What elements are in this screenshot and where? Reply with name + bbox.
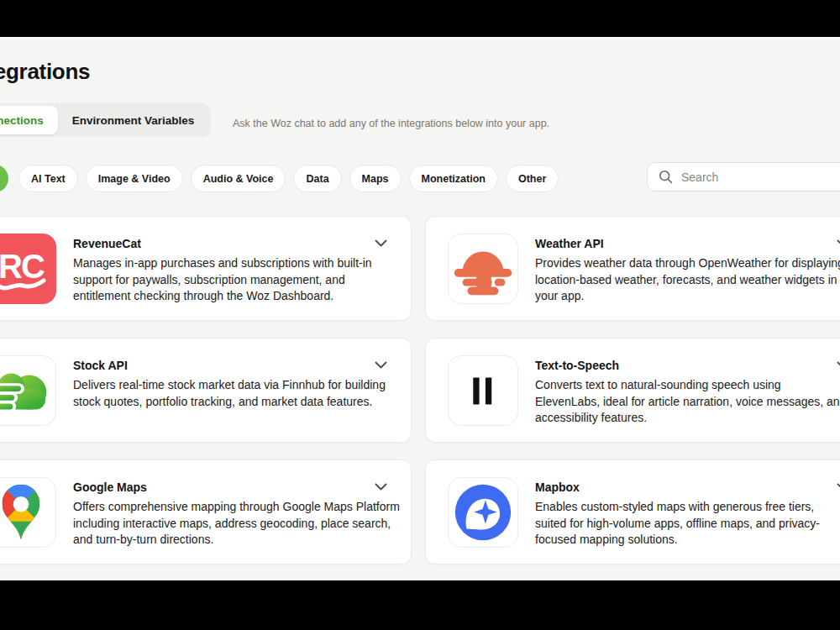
card-description: Converts text to natural-sounding speech…: [535, 377, 840, 427]
header-divider: [0, 37, 840, 39]
filter-image-video[interactable]: Image & Video: [86, 165, 183, 192]
filter-bar: AI Text Image & Video Audio & Voice Data…: [18, 165, 559, 192]
top-letterbox: [0, 0, 840, 37]
card-title: Weather API: [535, 237, 604, 250]
chevron-down-icon[interactable]: [375, 483, 387, 491]
finnhub-cloud-icon: [0, 355, 56, 426]
tab-bar: Connections Environment Variables: [0, 103, 211, 137]
bottom-letterbox: [0, 580, 840, 630]
elevenlabs-bars-icon: [448, 355, 518, 426]
app-window: Integrations Connections Environment Var…: [0, 0, 840, 630]
card-mapbox[interactable]: Mapbox Enables custom-styled maps with g…: [425, 459, 840, 564]
chevron-down-icon[interactable]: [375, 239, 387, 247]
card-stock-api[interactable]: Stock API Delivers real-time stock marke…: [0, 338, 412, 443]
card-weather-api[interactable]: Weather API Provides weather data throug…: [425, 216, 840, 321]
card-revenuecat[interactable]: RC RevenueCat Manages in-app purchases a…: [0, 216, 412, 321]
filter-all[interactable]: All: [0, 165, 8, 192]
filter-maps[interactable]: Maps: [349, 165, 402, 192]
chevron-down-icon[interactable]: [837, 239, 840, 247]
filter-monetization[interactable]: Monetization: [409, 165, 498, 192]
svg-text:RC: RC: [0, 248, 45, 285]
card-text-to-speech[interactable]: Text-to-Speech Converts text to natural-…: [425, 338, 840, 443]
card-title: Stock API: [73, 359, 128, 372]
helper-text: Ask the Woz chat to add any of the integ…: [233, 118, 549, 129]
card-description: Provides weather data through OpenWeathe…: [535, 255, 840, 305]
openweather-sun-icon: [448, 234, 518, 304]
search-box: [647, 162, 840, 192]
card-title: RevenueCat: [73, 237, 141, 250]
filter-ai-text[interactable]: AI Text: [18, 165, 78, 192]
search-icon: [659, 170, 673, 184]
tab-environment-variables[interactable]: Environment Variables: [58, 106, 209, 134]
filter-other[interactable]: Other: [506, 165, 559, 192]
card-title: Mapbox: [535, 480, 580, 494]
chevron-down-icon[interactable]: [837, 483, 840, 491]
chevron-down-icon[interactable]: [375, 361, 387, 369]
card-description: Enables custom-styled maps with generous…: [535, 499, 840, 549]
card-description: Delivers real-time stock market data via…: [73, 377, 401, 410]
search-input[interactable]: [680, 170, 840, 185]
filter-audio-voice[interactable]: Audio & Voice: [191, 165, 286, 192]
card-title: Google Maps: [73, 480, 147, 494]
page-title: Integrations: [0, 59, 90, 85]
mapbox-pin-icon: [448, 477, 518, 548]
chevron-down-icon[interactable]: [837, 361, 840, 369]
filter-data[interactable]: Data: [293, 165, 341, 192]
revenuecat-icon: RC: [0, 234, 56, 304]
card-title: Text-to-Speech: [535, 359, 619, 372]
card-google-maps[interactable]: Google Maps Offers comprehensive mapping…: [0, 459, 412, 564]
google-maps-pin-icon: [0, 477, 56, 548]
card-description: Offers comprehensive mapping through Goo…: [73, 499, 401, 549]
tab-connections[interactable]: Connections: [0, 106, 58, 134]
card-description: Manages in-app purchases and subscriptio…: [73, 255, 401, 305]
